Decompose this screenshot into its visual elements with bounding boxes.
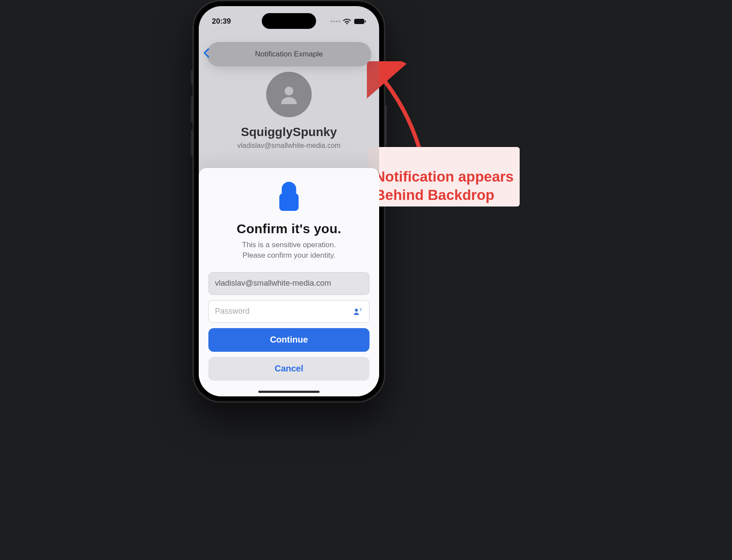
password-field[interactable]: ? bbox=[208, 300, 370, 323]
wifi-icon bbox=[343, 18, 351, 24]
svg-rect-1 bbox=[365, 21, 366, 23]
svg-rect-3 bbox=[279, 193, 299, 211]
confirm-sheet: Confirm it's you. This is a sensitive op… bbox=[199, 168, 379, 396]
home-indicator[interactable] bbox=[258, 391, 320, 393]
iphone-frame: 20:39 Notification Exmaple bbox=[193, 0, 385, 402]
svg-rect-0 bbox=[354, 19, 364, 24]
password-input[interactable] bbox=[215, 307, 353, 316]
svg-point-4 bbox=[355, 308, 358, 312]
lock-icon bbox=[277, 180, 301, 215]
cellular-dots-icon bbox=[331, 21, 340, 22]
annotation-callout: Notification appears Behind Backdrop bbox=[369, 147, 520, 206]
svg-text:?: ? bbox=[359, 308, 362, 312]
phone-side-button bbox=[385, 105, 387, 145]
phone-side-button bbox=[191, 130, 193, 156]
email-field: vladislav@smallwhite-media.com bbox=[208, 272, 370, 295]
phone-side-button bbox=[191, 70, 193, 85]
continue-label: Continue bbox=[270, 335, 308, 345]
annotation-text: Notification appears Behind Backdrop bbox=[375, 168, 514, 203]
continue-button[interactable]: Continue bbox=[208, 328, 370, 352]
sheet-title: Confirm it's you. bbox=[237, 221, 341, 236]
battery-icon bbox=[354, 18, 366, 24]
sheet-subtitle: This is a sensitive operation. Please co… bbox=[242, 240, 336, 261]
password-autofill-icon[interactable]: ? bbox=[353, 308, 363, 315]
status-time: 20:39 bbox=[212, 17, 231, 26]
cancel-label: Cancel bbox=[274, 364, 303, 374]
dynamic-island bbox=[262, 13, 316, 29]
screen: 20:39 Notification Exmaple bbox=[199, 6, 379, 396]
email-value: vladislav@smallwhite-media.com bbox=[215, 279, 331, 288]
cancel-button[interactable]: Cancel bbox=[208, 357, 370, 381]
status-indicators bbox=[331, 18, 366, 24]
phone-side-button bbox=[191, 96, 193, 122]
